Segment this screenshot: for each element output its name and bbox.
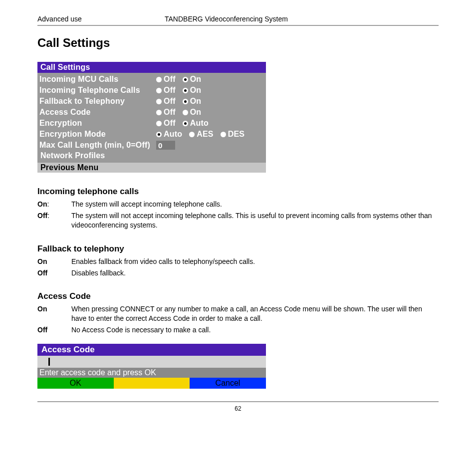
radio-option[interactable]: On <box>183 75 202 84</box>
definition-row: OffDisables fallback. <box>37 268 439 278</box>
previous-menu-item[interactable]: Previous Menu <box>37 163 266 173</box>
definition-row: OnEnables fallback from video calls to t… <box>37 257 439 266</box>
header-left: Advanced use <box>37 15 165 23</box>
radio-option[interactable]: Off <box>156 119 176 128</box>
radio-icon <box>156 110 162 115</box>
radio-option[interactable]: Off <box>156 108 176 117</box>
dialog-title: Access Code <box>37 344 266 356</box>
panel-title: Call Settings <box>37 62 266 73</box>
definition-row: OffNo Access Code is necessary to make a… <box>37 325 439 335</box>
radio-label: On <box>190 75 202 84</box>
radio-icon <box>183 77 188 82</box>
yellow-button[interactable] <box>114 378 190 389</box>
definition-description: The system will not accept incoming tele… <box>71 211 439 230</box>
setting-options: AutoAESDES <box>156 130 249 139</box>
setting-options: OffOn <box>156 108 206 117</box>
radio-icon <box>156 99 162 104</box>
definition-term: On <box>37 257 71 266</box>
dialog-buttons: OK Cancel <box>37 378 266 389</box>
radio-label: Off <box>164 97 176 106</box>
radio-icon <box>183 110 188 115</box>
definition-term: Off <box>37 268 71 278</box>
panel-body: Incoming MCU CallsOffOnIncoming Telephon… <box>37 73 266 163</box>
setting-label: Incoming MCU Calls <box>39 75 156 84</box>
radio-icon <box>189 132 195 137</box>
access-code-input[interactable] <box>37 356 266 368</box>
radio-label: On <box>190 97 202 106</box>
setting-options: OffOn <box>156 75 206 84</box>
radio-option[interactable]: On <box>183 86 202 95</box>
cancel-button[interactable]: Cancel <box>190 378 266 389</box>
setting-options: OffOn <box>156 86 206 95</box>
radio-label: Off <box>164 119 176 128</box>
radio-icon <box>221 132 226 137</box>
radio-icon <box>156 132 162 137</box>
divider <box>37 25 439 26</box>
header-right: TANDBERG Videoconferencing System <box>165 15 288 23</box>
definition-description: When pressing CONNECT or any number to m… <box>71 304 439 323</box>
setting-label: Encryption Mode <box>39 130 156 139</box>
radio-label: AES <box>197 130 214 139</box>
setting-row: Max Call Length (min, 0=Off)0 <box>39 140 264 151</box>
access-code-dialog: Access Code Enter access code and press … <box>37 344 266 389</box>
radio-icon <box>183 121 188 126</box>
radio-option[interactable]: AES <box>189 130 214 139</box>
radio-label: Off <box>164 108 176 117</box>
radio-icon <box>183 88 188 93</box>
page-header: Advanced use TANDBERG Videoconferencing … <box>37 15 439 25</box>
definition-description: No Access Code is necessary to make a ca… <box>71 325 439 335</box>
text-cursor <box>48 358 50 366</box>
radio-option[interactable]: DES <box>221 130 245 139</box>
max-call-input[interactable]: 0 <box>156 141 175 150</box>
setting-label: Max Call Length (min, 0=Off) <box>39 141 156 150</box>
divider <box>37 401 439 402</box>
radio-option[interactable]: Auto <box>156 130 182 139</box>
definition-description: Disables fallback. <box>71 268 439 278</box>
dialog-prompt: Enter access code and press OK <box>37 368 266 378</box>
section-title: Access Code <box>37 291 439 301</box>
call-settings-panel: Call Settings Incoming MCU CallsOffOnInc… <box>37 62 266 173</box>
setting-label: Access Code <box>39 108 156 117</box>
radio-option[interactable]: Off <box>156 75 176 84</box>
radio-label: On <box>190 86 202 95</box>
definition-row: On:The system will accept incoming telep… <box>37 200 439 209</box>
setting-label: Incoming Telephone Calls <box>39 86 156 95</box>
definition-term: On: <box>37 200 71 209</box>
radio-icon <box>156 121 162 126</box>
radio-icon <box>156 77 162 82</box>
radio-icon <box>183 99 188 104</box>
section-title: Incoming telephone calls <box>37 187 439 197</box>
definition-description: Enables fallback from video calls to tel… <box>71 257 439 266</box>
setting-label: Encryption <box>39 119 156 128</box>
radio-icon <box>156 88 162 93</box>
definition-row: Off:The system will not accept incoming … <box>37 211 439 230</box>
definition-term: Off: <box>37 211 71 230</box>
definition-term: Off <box>37 325 71 335</box>
radio-option[interactable]: Auto <box>183 119 209 128</box>
setting-row: EncryptionOffAuto <box>39 118 264 129</box>
setting-row: Access CodeOffOn <box>39 107 264 118</box>
definition-row: OnWhen pressing CONNECT or any number to… <box>37 304 439 323</box>
radio-option[interactable]: Off <box>156 86 176 95</box>
definition-description: The system will accept incoming telephon… <box>71 200 439 209</box>
ok-button[interactable]: OK <box>37 378 114 389</box>
setting-label: Fallback to Telephony <box>39 97 156 106</box>
radio-label: Off <box>164 75 176 84</box>
setting-row: Incoming Telephone CallsOffOn <box>39 85 264 96</box>
section-title: Fallback to telephony <box>37 244 439 254</box>
radio-label: Off <box>164 86 176 95</box>
page-title: Call Settings <box>37 36 439 50</box>
setting-row: Encryption ModeAutoAESDES <box>39 129 264 140</box>
setting-row: Fallback to TelephonyOffOn <box>39 96 264 107</box>
radio-label: On <box>190 108 202 117</box>
page-number: 62 <box>37 405 439 412</box>
radio-label: DES <box>228 130 245 139</box>
definition-term: On <box>37 304 71 323</box>
network-profiles-item[interactable]: Network Profiles <box>39 151 264 161</box>
radio-option[interactable]: Off <box>156 97 176 106</box>
setting-row: Incoming MCU CallsOffOn <box>39 74 264 85</box>
setting-options: OffAuto <box>156 119 214 128</box>
radio-label: Auto <box>190 119 209 128</box>
radio-option[interactable]: On <box>183 108 202 117</box>
radio-option[interactable]: On <box>183 97 202 106</box>
